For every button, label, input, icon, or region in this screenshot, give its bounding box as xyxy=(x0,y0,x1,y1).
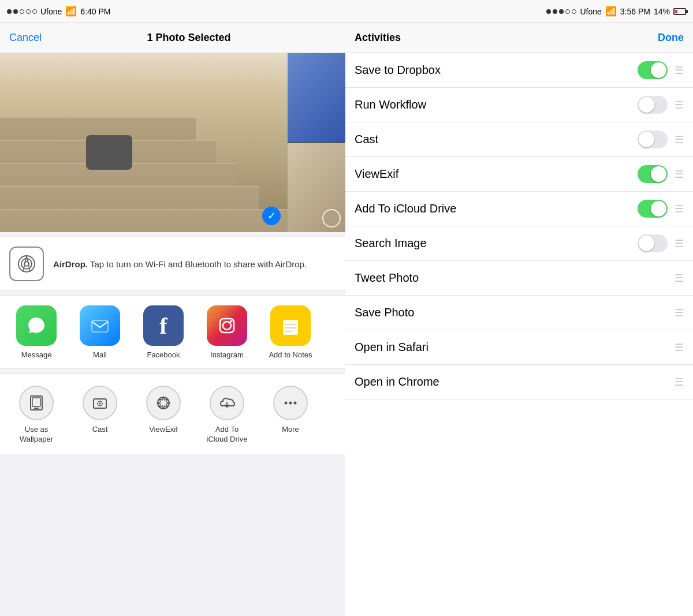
photo-thumb-2[interactable] xyxy=(288,143,345,232)
share-apps-row: Message Mail f Facebook xyxy=(0,296,345,369)
left-header: Cancel 1 Photo Selected xyxy=(0,23,345,53)
share-app-mail[interactable]: Mail xyxy=(68,305,132,359)
activity-row-savephoto: Save Photo ☰ xyxy=(345,296,693,330)
activity-label-workflow: Run Workflow xyxy=(355,98,638,111)
drag-handle-viewexif[interactable]: ☰ xyxy=(675,168,684,181)
activities-title: Activities xyxy=(355,32,401,44)
activity-row-tweetphoto: Tweet Photo ☰ xyxy=(345,261,693,296)
activity-row-viewexif: ViewExif ☰ xyxy=(345,157,693,192)
facebook-label: Facebook xyxy=(147,350,180,359)
activity-row-chrome: Open in Chrome ☰ xyxy=(345,365,693,400)
activity-label-cast: Cast xyxy=(355,133,638,146)
done-button[interactable]: Done xyxy=(658,32,684,44)
viewexif-action-label: ViewExif xyxy=(149,425,178,435)
drag-handle-cast[interactable]: ☰ xyxy=(675,133,684,146)
wifi-icon-left: 📶 xyxy=(65,6,77,17)
cast-icon xyxy=(83,386,117,420)
action-wallpaper[interactable]: Use asWallpaper xyxy=(5,386,68,445)
activity-label-viewexif: ViewExif xyxy=(355,167,638,181)
toggle-viewexif[interactable] xyxy=(638,165,668,183)
svg-point-1 xyxy=(21,259,32,269)
share-app-instagram[interactable]: Instagram xyxy=(195,305,259,359)
message-icon xyxy=(16,305,57,346)
more-icon xyxy=(273,386,308,420)
activity-row-workflow: Run Workflow ☰ xyxy=(345,88,693,122)
time-right: 3:56 PM xyxy=(620,7,650,16)
svg-rect-9 xyxy=(283,318,298,335)
signal-dots-right xyxy=(546,9,576,14)
right-panel: Activities Done Save to Dropbox ☰ Run Wo… xyxy=(345,23,693,616)
svg-rect-15 xyxy=(32,398,40,406)
activity-label-tweetphoto: Tweet Photo xyxy=(355,271,511,285)
drag-handle-icloud[interactable]: ☰ xyxy=(675,203,684,215)
icloud-icon xyxy=(210,386,244,420)
instagram-label: Instagram xyxy=(210,350,244,359)
airdrop-section[interactable]: AirDrop. Tap to turn on Wi-Fi and Blueto… xyxy=(0,237,345,291)
activity-label-chrome: Open in Chrome xyxy=(355,375,511,389)
cat-bag xyxy=(86,135,132,170)
activity-row-cast: Cast ☰ xyxy=(345,122,693,157)
share-app-message[interactable]: Message xyxy=(5,305,68,359)
signal-dots-left xyxy=(7,9,37,14)
photo-grid: ✓ xyxy=(0,53,345,232)
more-action-label: More xyxy=(282,425,299,435)
activity-label-icloud: Add To iCloud Drive xyxy=(355,202,638,215)
right-header: Activities Done xyxy=(345,23,693,53)
airdrop-text: AirDrop. Tap to turn on Wi-Fi and Blueto… xyxy=(53,258,307,270)
drag-handle-savephoto[interactable]: ☰ xyxy=(675,307,684,319)
main-photo[interactable]: ✓ xyxy=(0,53,288,232)
share-app-notes[interactable]: Add to Notes xyxy=(259,305,322,359)
activities-list: Save to Dropbox ☰ Run Workflow ☰ Cast ☰ xyxy=(345,53,693,616)
notes-label: Add to Notes xyxy=(269,350,312,359)
activity-label-safari: Open in Safari xyxy=(355,341,511,354)
message-label: Message xyxy=(21,350,52,359)
activity-row-safari: Open in Safari ☰ xyxy=(345,330,693,365)
activity-label-searchimage: Search Image xyxy=(355,237,638,250)
toggle-dropbox[interactable] xyxy=(638,61,668,79)
status-left: Ufone 📶 6:40 PM xyxy=(7,6,180,17)
stairs-image xyxy=(0,53,288,232)
status-right: Ufone 📶 3:56 PM 14% xyxy=(513,6,686,17)
action-more[interactable]: More xyxy=(259,386,322,445)
svg-point-24 xyxy=(289,402,292,405)
drag-handle-tweetphoto[interactable]: ☰ xyxy=(675,272,684,285)
svg-point-23 xyxy=(285,402,288,405)
photo-side-panel xyxy=(288,53,345,232)
left-panel: Cancel 1 Photo Selected ✓ xyxy=(0,23,345,616)
time-left: 6:40 PM xyxy=(80,7,110,16)
battery-icon-right xyxy=(673,8,686,15)
toggle-cast[interactable] xyxy=(638,130,668,148)
drag-handle-searchimage[interactable]: ☰ xyxy=(675,237,684,250)
airdrop-icon xyxy=(9,247,44,281)
icloud-action-label: Add ToiCloud Drive xyxy=(207,425,248,445)
drag-handle-dropbox[interactable]: ☰ xyxy=(675,64,684,77)
action-icons-row: Use asWallpaper Cast xyxy=(0,374,345,454)
instagram-icon xyxy=(207,305,247,346)
svg-point-25 xyxy=(294,402,297,405)
photo-thumb-1[interactable] xyxy=(288,53,345,142)
activity-label-savephoto: Save Photo xyxy=(355,306,511,319)
activity-row-searchimage: Search Image ☰ xyxy=(345,226,693,261)
toggle-searchimage[interactable] xyxy=(638,234,668,252)
toggle-workflow[interactable] xyxy=(638,96,668,114)
mail-label: Mail xyxy=(93,350,107,359)
action-icloud[interactable]: Add ToiCloud Drive xyxy=(195,386,259,445)
drag-handle-safari[interactable]: ☰ xyxy=(675,341,684,354)
share-app-facebook[interactable]: f Facebook xyxy=(132,305,195,359)
mail-icon xyxy=(80,305,120,346)
svg-point-8 xyxy=(230,320,233,323)
action-cast[interactable]: Cast xyxy=(68,386,132,445)
activity-label-dropbox: Save to Dropbox xyxy=(355,64,638,77)
photo-selected-title: 1 Photo Selected xyxy=(42,32,336,44)
action-viewexif[interactable]: ViewExif xyxy=(132,386,195,445)
wallpaper-icon xyxy=(19,386,54,420)
activity-row-dropbox: Save to Dropbox ☰ xyxy=(345,53,693,88)
svg-point-19 xyxy=(99,403,101,405)
selected-checkmark[interactable]: ✓ xyxy=(262,207,281,225)
carrier-left: Ufone xyxy=(40,7,62,16)
cancel-button[interactable]: Cancel xyxy=(9,32,42,44)
drag-handle-chrome[interactable]: ☰ xyxy=(675,376,684,389)
activity-row-icloud: Add To iCloud Drive ☰ xyxy=(345,192,693,226)
toggle-icloud[interactable] xyxy=(638,200,668,218)
drag-handle-workflow[interactable]: ☰ xyxy=(675,99,684,111)
